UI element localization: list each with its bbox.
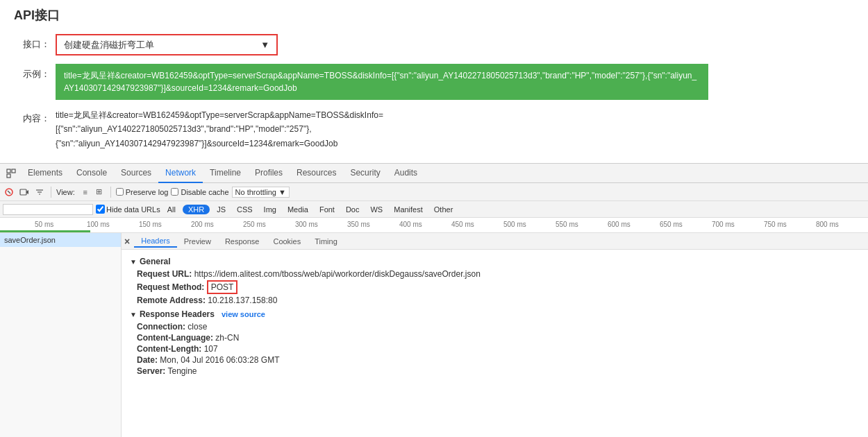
svg-rect-2 [12,169,15,173]
filter-other[interactable]: Other [430,205,458,214]
content-length-row: Content-Length: 107 [137,344,860,354]
detail-tabbar: × Headers Preview Response Cookies Timin… [122,233,868,250]
connection-row: Connection: close [137,322,860,332]
content-line3: {"sn":"aliyun_AY140307142947923987"}]&so… [56,137,383,151]
tab-sources[interactable]: Sources [114,164,158,183]
timeline-tick: 450 ms [451,221,474,228]
remote-address-row: Remote Address: 10.218.137.158:80 [137,295,860,305]
tab-timeline[interactable]: Timeline [203,164,248,183]
filter-doc[interactable]: Doc [342,205,364,214]
network-toolbar: View: ≡ ⊞ Preserve log Disable cache No … [0,183,868,201]
view-label: View: [56,188,75,196]
tab-resources[interactable]: Resources [290,164,343,183]
filter-js[interactable]: JS [212,205,230,214]
tab-profiles[interactable]: Profiles [248,164,290,183]
filter-img[interactable]: Img [260,205,281,214]
filter-manifest[interactable]: Manifest [390,205,427,214]
filter-xhr[interactable]: XHR [183,205,210,214]
main-panel: saveOrder.json × Headers Preview Respons… [0,233,868,437]
timeline-tick: 500 ms [503,221,526,228]
timeline-tick: 200 ms [191,221,214,228]
timeline-tick: 600 ms [608,221,631,228]
timeline-tick: 550 ms [556,221,578,228]
filter-font[interactable]: Font [315,205,339,214]
general-section-title: ▼ General [130,257,860,266]
detail-panel: × Headers Preview Response Cookies Timin… [122,233,868,437]
record-video-icon[interactable] [18,186,31,198]
disable-cache-checkbox[interactable] [171,188,178,196]
interface-label: 接口： [14,34,56,51]
interface-input[interactable] [64,40,244,50]
detail-tab-response[interactable]: Response [218,236,267,247]
response-headers-triangle-icon: ▼ [130,311,137,318]
timeline-tick: 50 ms [35,221,53,228]
detail-content: ▼ General Request URL: https://idem.alit… [122,250,868,437]
inspect-icon[interactable] [3,165,19,182]
list-view-icon[interactable]: ≡ [79,186,92,198]
timeline-tick: 150 ms [139,221,162,228]
content-box: title=龙凤呈祥&creator=WB162459&optType=serv… [56,108,383,151]
example-box: title=龙凤呈祥&creator=WB162459&optType=serv… [56,64,708,100]
timeline-tick: 750 ms [764,221,787,228]
tab-network[interactable]: Network [158,164,203,183]
tab-elements[interactable]: Elements [21,164,69,183]
filter-ws[interactable]: WS [366,205,387,214]
interface-input-box[interactable]: ▼ [56,34,278,55]
disable-cache-checkbox-label[interactable]: Disable cache [171,188,228,196]
filter-icon[interactable] [33,186,46,198]
example-row: 示例： title=龙凤呈祥&creator=WB162459&optType=… [14,64,854,100]
grid-view-icon[interactable]: ⊞ [93,186,106,198]
hide-data-urls-checkbox[interactable] [96,205,105,214]
general-triangle-icon: ▼ [130,258,137,266]
timeline-tick: 400 ms [399,221,422,228]
record-stop-icon[interactable] [3,186,15,198]
svg-rect-1 [7,174,10,178]
detail-tab-cookies[interactable]: Cookies [266,236,308,247]
devtools-panel: Elements Console Sources Network Timelin… [0,163,868,437]
preserve-log-checkbox[interactable] [116,188,124,196]
date-row: Date: Mon, 04 Jul 2016 06:03:28 GMT [137,355,860,365]
throttle-select[interactable]: No throttling ▼ [232,187,290,198]
svg-rect-5 [20,189,26,195]
timeline-tick: 300 ms [295,221,318,228]
filter-all[interactable]: All [163,205,180,214]
file-list: saveOrder.json [0,233,122,437]
content-line1: title=龙凤呈祥&creator=WB162459&optType=serv… [56,108,383,122]
filter-css[interactable]: CSS [233,205,257,214]
example-label: 示例： [14,64,56,80]
devtools-tabbar: Elements Console Sources Network Timelin… [0,164,868,183]
content-line2: [{"sn":"aliyun_AY1402271805025713d3","br… [56,122,383,136]
throttle-arrow-icon: ▼ [278,188,286,196]
timeline-tick: 350 ms [347,221,370,228]
filter-input[interactable] [3,204,93,215]
toolbar-separator-2 [110,187,111,198]
svg-rect-0 [7,169,10,173]
response-headers-section-title: ▼ Response Headers view source [130,309,860,319]
top-area: API接口 接口： ▼ 示例： title=龙凤呈祥&creator=WB162… [0,0,868,163]
detail-tab-timing[interactable]: Timing [308,236,344,247]
view-source-link[interactable]: view source [222,310,265,318]
filter-media[interactable]: Media [283,205,312,214]
view-buttons: ≡ ⊞ [79,186,106,198]
hide-data-urls-label[interactable]: Hide data URLs [96,205,160,214]
request-method-row: Request Method: POST [137,280,860,294]
svg-line-4 [8,191,10,194]
preserve-log-checkbox-label[interactable]: Preserve log [116,188,169,196]
request-url-row: Request URL: https://idem.alitest.com/tb… [137,269,860,279]
tab-audits[interactable]: Audits [387,164,424,183]
content-row: 内容： title=龙凤呈祥&creator=WB162459&optType=… [14,108,854,151]
tab-console[interactable]: Console [69,164,114,183]
tab-security[interactable]: Security [343,164,387,183]
dropdown-arrow-icon[interactable]: ▼ [260,40,269,50]
server-row: Server: Tengine [137,366,860,376]
detail-tab-headers[interactable]: Headers [134,235,177,248]
timeline-tick: 650 ms [660,221,683,228]
interface-row: 接口： ▼ [14,34,854,55]
page-title: API接口 [14,7,854,24]
detail-tab-preview[interactable]: Preview [177,236,218,247]
file-item-save-order[interactable]: saveOrder.json [0,233,121,247]
timeline-tick: 250 ms [243,221,266,228]
toolbar-separator [51,187,51,198]
timeline-bar: 50 ms100 ms150 ms200 ms250 ms300 ms350 m… [0,218,868,233]
detail-close-icon[interactable]: × [124,236,130,247]
